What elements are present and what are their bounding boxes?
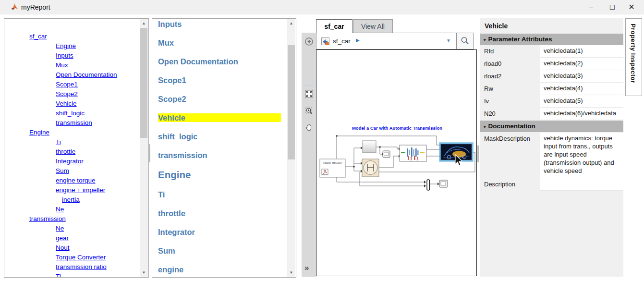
outline-link-torque-converter[interactable]: Torque Converter: [4, 253, 140, 262]
sf-car-diagram: Model a Car with Automatic Transmission: [316, 50, 476, 276]
outline-link-scope2[interactable]: Scope2: [4, 89, 140, 99]
section-header-documentation[interactable]: ▾Documentation: [480, 121, 623, 132]
transmission-block[interactable]: [400, 145, 426, 161]
scroll-up-icon[interactable]: ▲: [140, 19, 148, 27]
outline-link-integrator[interactable]: Integrator: [4, 157, 140, 166]
outline-link-engine-torque[interactable]: engine torque: [4, 176, 140, 185]
outline-link-transmission-ratio[interactable]: transmission ratio: [4, 262, 140, 272]
outline-link-throttle[interactable]: throttle: [4, 147, 140, 157]
model-file-icon: [321, 37, 329, 45]
property-label-rfd: Rfd: [480, 45, 540, 58]
property-value-description[interactable]: [540, 178, 623, 191]
nav-item-engine[interactable]: engine: [158, 265, 242, 274]
property-value-rload0[interactable]: vehicledata(2): [540, 58, 623, 70]
outline-link-engine[interactable]: Engine: [4, 128, 140, 137]
outline-link-sf-car[interactable]: sf_car: [4, 32, 140, 41]
outline-link-ne[interactable]: Ne: [4, 224, 140, 233]
mux-block[interactable]: [427, 180, 430, 190]
model-canvas[interactable]: Model a Car with Automatic Transmission: [316, 49, 477, 276]
shift-logic-block[interactable]: 1 3 2 4: [362, 159, 379, 177]
nav-scrollbar[interactable]: ▲ ▼: [287, 19, 295, 277]
outline-link-shift-logic[interactable]: shift_logic: [4, 109, 140, 118]
outline-scrollbar[interactable]: ▲ ▼: [140, 19, 148, 277]
documentation-rows: MaskDescriptionvehicle dynamics: torque …: [480, 133, 623, 191]
engine-block[interactable]: [363, 141, 376, 153]
expand-panel-button[interactable]: »: [304, 263, 309, 273]
outline-link-ne[interactable]: Ne: [4, 205, 140, 214]
outline-link-ti[interactable]: Ti: [4, 137, 140, 147]
tab-view-all[interactable]: View All: [353, 19, 393, 33]
search-button[interactable]: [456, 33, 474, 49]
nav-item-open-documentation[interactable]: Open Documentation: [158, 57, 242, 66]
property-value-maskdescription[interactable]: vehicle dynamics: torque input from tran…: [540, 133, 623, 178]
back-button[interactable]: [305, 37, 313, 46]
nav-item-integrator[interactable]: Integrator: [158, 228, 242, 236]
outline-scrollbar-thumb[interactable]: [140, 28, 147, 138]
scroll-down-icon[interactable]: ▼: [287, 269, 295, 277]
property-value-rfd[interactable]: vehicledata(1): [540, 45, 623, 58]
outline-link-mux[interactable]: Mux: [4, 61, 140, 70]
nav-item-inputs[interactable]: Inputs: [158, 20, 242, 28]
scope1-block[interactable]: [383, 151, 390, 158]
search-icon: [460, 36, 470, 46]
property-value-iv[interactable]: vehicledata(5): [540, 95, 623, 108]
maximize-button[interactable]: ☐: [602, 0, 623, 14]
nav-item-engine[interactable]: Engine: [158, 170, 242, 180]
breadcrumb-bar[interactable]: sf_car ▶ ▼: [316, 33, 456, 49]
breadcrumb-model-name[interactable]: sf_car: [333, 37, 351, 45]
outline-link-sum[interactable]: Sum: [4, 166, 140, 176]
title-bar: myReport – ☐ ✕: [0, 0, 644, 14]
outline-link-engine[interactable]: Engine: [4, 41, 140, 51]
nav-scrollbar-thumb[interactable]: [288, 45, 295, 159]
property-label-maskdescription: MaskDescription: [480, 133, 540, 178]
svg-text:3: 3: [374, 162, 375, 164]
property-value-rload2[interactable]: vehicledata(3): [540, 70, 623, 83]
scope2-block[interactable]: [439, 180, 448, 187]
breadcrumb-dropdown-icon[interactable]: ▼: [446, 38, 451, 43]
minimize-button[interactable]: –: [581, 0, 602, 14]
nav-item-list: InputsMuxOpen DocumentationScope1Scope2V…: [158, 20, 286, 278]
tab-sf-car[interactable]: sf_car: [316, 19, 352, 33]
outline-link-scope1[interactable]: Scope1: [4, 80, 140, 89]
outline-link-ti[interactable]: Ti: [4, 272, 140, 278]
breadcrumb-expand-icon[interactable]: ▶: [356, 37, 360, 43]
nav-item-sum[interactable]: Sum: [158, 246, 242, 255]
pan-hand-icon[interactable]: [305, 123, 313, 132]
canvas-splitter-handle[interactable]: [477, 145, 479, 162]
section-header-parameter-attributes[interactable]: ▾Parameter Attributes: [480, 34, 623, 45]
outline-link-vehicle[interactable]: Vehicle: [4, 99, 140, 109]
collapse-arrow-icon: ▾: [484, 124, 486, 129]
passing-maneuver-block[interactable]: Passing_Maneuver: [320, 159, 345, 177]
zoom-in-icon[interactable]: [305, 107, 313, 115]
outline-link-tree: sf_carEngineInputsMuxOpen DocumentationS…: [4, 32, 140, 278]
nav-item-shift-logic[interactable]: shift_logic: [158, 132, 242, 141]
property-label-rload0: rload0: [480, 58, 540, 70]
property-inspector-tab[interactable]: Property Inspector: [625, 18, 642, 96]
property-value-n20[interactable]: vehicledata(6)/vehicledata: [540, 108, 623, 120]
property-label-rw: Rw: [480, 83, 540, 95]
nav-item-scope2[interactable]: Scope2: [158, 95, 242, 103]
diagram-title: Model a Car with Automatic Transmission: [352, 125, 442, 131]
nav-item-transmission[interactable]: transmission: [158, 151, 242, 159]
outline-link-inputs[interactable]: Inputs: [4, 51, 140, 61]
outline-link-open-documentation[interactable]: Open Documentation: [4, 70, 140, 80]
fit-to-view-icon[interactable]: [305, 90, 313, 98]
nav-item-vehicle[interactable]: Vehicle: [158, 113, 281, 122]
nav-item-scope1[interactable]: Scope1: [158, 76, 242, 85]
property-value-rw[interactable]: vehicledata(4): [540, 83, 623, 95]
outline-link-gear[interactable]: gear: [4, 233, 140, 243]
outline-link-transmission[interactable]: transmission: [4, 214, 140, 224]
nav-item-mux[interactable]: Mux: [158, 38, 242, 47]
scroll-down-icon[interactable]: ▼: [140, 269, 148, 277]
passing-maneuver-label: Passing_Maneuver: [323, 162, 342, 164]
outline-link-transmission[interactable]: transmission: [4, 118, 140, 128]
panel-splitter-handle[interactable]: [149, 144, 150, 162]
outline-link-engine-impeller-inertia[interactable]: engine + impeller inertia: [4, 185, 120, 205]
outline-link-nout[interactable]: Nout: [4, 243, 140, 253]
matlab-logo-icon: [11, 3, 19, 11]
close-button[interactable]: ✕: [621, 0, 642, 14]
scroll-up-icon[interactable]: ▲: [287, 19, 295, 27]
nav-item-throttle[interactable]: throttle: [158, 209, 242, 218]
nav-item-ti[interactable]: Ti: [158, 190, 242, 199]
svg-text:4: 4: [374, 172, 375, 174]
